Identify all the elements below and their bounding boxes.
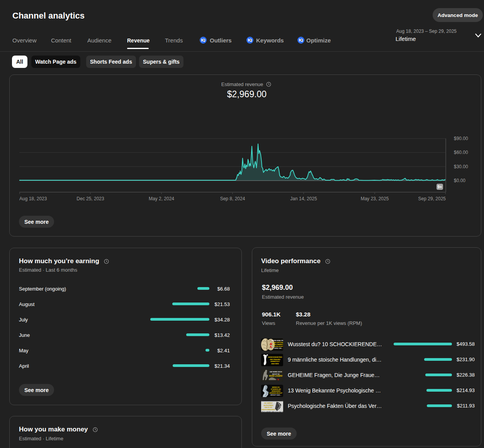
svg-text:Aug 18, 2023: Aug 18, 2023 (19, 196, 47, 201)
svg-text:$60.00: $60.00 (454, 150, 468, 155)
svg-text:9+: 9+ (438, 185, 442, 189)
svg-text:RUHE LASSEN!: RUHE LASSEN! (269, 375, 283, 377)
svg-text:NACH ZU: NACH ZU (265, 406, 273, 408)
svg-text:Dec 25, 2023: Dec 25, 2023 (76, 196, 104, 201)
svg-text:AUFHÖREN: AUFHÖREN (263, 404, 274, 406)
svg-text:NACHDEM DU DAS GESEHEN HAST: NACHDEM DU DAS GESEHEN HAST (261, 411, 283, 412)
svg-text:NICHT IN: NICHT IN (272, 373, 280, 375)
svg-text:DU WIRST: DU WIRST (264, 402, 273, 404)
svg-text:DIE FRAUEN: DIE FRAUEN (270, 358, 281, 360)
svg-text:HEISST DAS...: HEISST DAS... (270, 394, 282, 396)
svg-text:May 2, 2024: May 2, 2024 (149, 196, 174, 201)
svg-text:GEWOHNHEITEN: GEWOHNHEITEN (268, 356, 282, 358)
svg-text:$30.00: $30.00 (454, 164, 468, 169)
svg-text:WIRD SIE...: WIRD SIE... (274, 347, 283, 349)
svg-text:Sep 29, 2025: Sep 29, 2025 (418, 196, 446, 201)
svg-text:Jan 14, 2025: Jan 14, 2025 (290, 196, 317, 201)
svg-text:MASTURBIEREN: MASTURBIEREN (262, 409, 275, 411)
svg-text:$0.00: $0.00 (454, 178, 465, 183)
svg-text:May 23, 2025: May 23, 2025 (361, 196, 389, 201)
svg-text:$90.00: $90.00 (454, 136, 468, 141)
svg-text:Sep 8, 2024: Sep 8, 2024 (220, 196, 245, 201)
svg-text:MACHEN: MACHEN (271, 363, 279, 365)
svg-text:VERRÜCKT: VERRÜCKT (270, 360, 280, 362)
svg-text:SIE WIRD DICH: SIE WIRD DICH (270, 371, 282, 373)
